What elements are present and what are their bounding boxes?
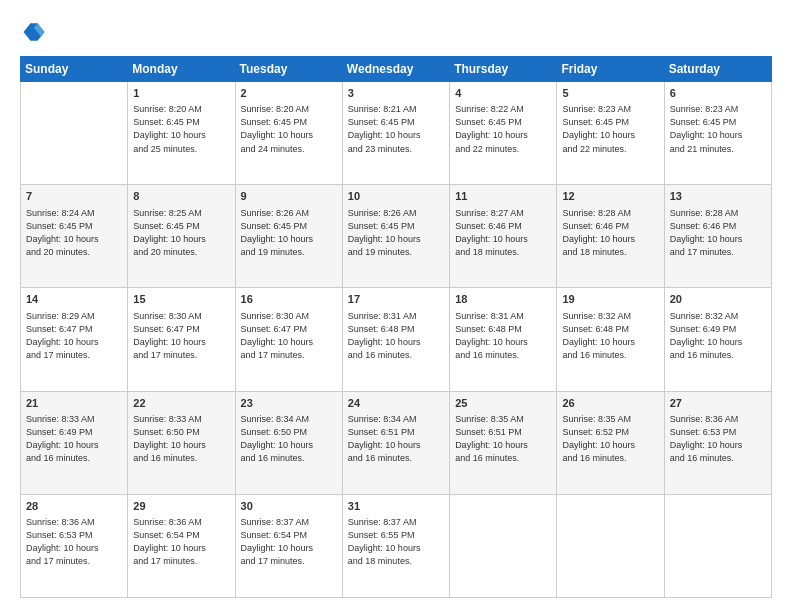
cell-3-1: 22Sunrise: 8:33 AM Sunset: 6:50 PM Dayli… (128, 391, 235, 494)
cell-3-6: 27Sunrise: 8:36 AM Sunset: 6:53 PM Dayli… (664, 391, 771, 494)
cell-info: Sunrise: 8:32 AM Sunset: 6:49 PM Dayligh… (670, 310, 766, 362)
cell-info: Sunrise: 8:36 AM Sunset: 6:53 PM Dayligh… (26, 516, 122, 568)
day-number: 21 (26, 396, 122, 411)
cell-info: Sunrise: 8:22 AM Sunset: 6:45 PM Dayligh… (455, 103, 551, 155)
day-number: 30 (241, 499, 337, 514)
cell-info: Sunrise: 8:37 AM Sunset: 6:54 PM Dayligh… (241, 516, 337, 568)
calendar: SundayMondayTuesdayWednesdayThursdayFrid… (20, 56, 772, 598)
cell-4-3: 31Sunrise: 8:37 AM Sunset: 6:55 PM Dayli… (342, 494, 449, 597)
week-row-0: 1Sunrise: 8:20 AM Sunset: 6:45 PM Daylig… (21, 82, 772, 185)
day-number: 12 (562, 189, 658, 204)
cell-info: Sunrise: 8:32 AM Sunset: 6:48 PM Dayligh… (562, 310, 658, 362)
day-number: 26 (562, 396, 658, 411)
week-row-4: 28Sunrise: 8:36 AM Sunset: 6:53 PM Dayli… (21, 494, 772, 597)
cell-1-1: 8Sunrise: 8:25 AM Sunset: 6:45 PM Daylig… (128, 185, 235, 288)
col-header-sunday: Sunday (21, 57, 128, 82)
cell-info: Sunrise: 8:31 AM Sunset: 6:48 PM Dayligh… (348, 310, 444, 362)
cell-info: Sunrise: 8:20 AM Sunset: 6:45 PM Dayligh… (133, 103, 229, 155)
cell-info: Sunrise: 8:35 AM Sunset: 6:52 PM Dayligh… (562, 413, 658, 465)
cell-info: Sunrise: 8:31 AM Sunset: 6:48 PM Dayligh… (455, 310, 551, 362)
cell-4-0: 28Sunrise: 8:36 AM Sunset: 6:53 PM Dayli… (21, 494, 128, 597)
cell-3-5: 26Sunrise: 8:35 AM Sunset: 6:52 PM Dayli… (557, 391, 664, 494)
day-number: 5 (562, 86, 658, 101)
day-number: 6 (670, 86, 766, 101)
cell-info: Sunrise: 8:28 AM Sunset: 6:46 PM Dayligh… (670, 207, 766, 259)
header-row: SundayMondayTuesdayWednesdayThursdayFrid… (21, 57, 772, 82)
col-header-tuesday: Tuesday (235, 57, 342, 82)
col-header-thursday: Thursday (450, 57, 557, 82)
cell-0-0 (21, 82, 128, 185)
cell-info: Sunrise: 8:24 AM Sunset: 6:45 PM Dayligh… (26, 207, 122, 259)
cell-4-5 (557, 494, 664, 597)
cell-2-3: 17Sunrise: 8:31 AM Sunset: 6:48 PM Dayli… (342, 288, 449, 391)
day-number: 10 (348, 189, 444, 204)
col-header-saturday: Saturday (664, 57, 771, 82)
cell-info: Sunrise: 8:25 AM Sunset: 6:45 PM Dayligh… (133, 207, 229, 259)
cell-1-0: 7Sunrise: 8:24 AM Sunset: 6:45 PM Daylig… (21, 185, 128, 288)
day-number: 31 (348, 499, 444, 514)
day-number: 27 (670, 396, 766, 411)
cell-info: Sunrise: 8:34 AM Sunset: 6:50 PM Dayligh… (241, 413, 337, 465)
calendar-table: SundayMondayTuesdayWednesdayThursdayFrid… (20, 56, 772, 598)
cell-1-6: 13Sunrise: 8:28 AM Sunset: 6:46 PM Dayli… (664, 185, 771, 288)
cell-info: Sunrise: 8:21 AM Sunset: 6:45 PM Dayligh… (348, 103, 444, 155)
col-header-wednesday: Wednesday (342, 57, 449, 82)
cell-info: Sunrise: 8:36 AM Sunset: 6:53 PM Dayligh… (670, 413, 766, 465)
cell-4-1: 29Sunrise: 8:36 AM Sunset: 6:54 PM Dayli… (128, 494, 235, 597)
day-number: 19 (562, 292, 658, 307)
cell-info: Sunrise: 8:30 AM Sunset: 6:47 PM Dayligh… (133, 310, 229, 362)
day-number: 28 (26, 499, 122, 514)
cell-4-4 (450, 494, 557, 597)
day-number: 20 (670, 292, 766, 307)
day-number: 8 (133, 189, 229, 204)
day-number: 11 (455, 189, 551, 204)
cell-info: Sunrise: 8:27 AM Sunset: 6:46 PM Dayligh… (455, 207, 551, 259)
cell-info: Sunrise: 8:29 AM Sunset: 6:47 PM Dayligh… (26, 310, 122, 362)
cell-3-3: 24Sunrise: 8:34 AM Sunset: 6:51 PM Dayli… (342, 391, 449, 494)
cell-info: Sunrise: 8:26 AM Sunset: 6:45 PM Dayligh… (348, 207, 444, 259)
cell-info: Sunrise: 8:23 AM Sunset: 6:45 PM Dayligh… (670, 103, 766, 155)
week-row-1: 7Sunrise: 8:24 AM Sunset: 6:45 PM Daylig… (21, 185, 772, 288)
col-header-monday: Monday (128, 57, 235, 82)
cell-info: Sunrise: 8:34 AM Sunset: 6:51 PM Dayligh… (348, 413, 444, 465)
day-number: 7 (26, 189, 122, 204)
logo-icon (20, 18, 48, 46)
cell-info: Sunrise: 8:33 AM Sunset: 6:49 PM Dayligh… (26, 413, 122, 465)
cell-3-0: 21Sunrise: 8:33 AM Sunset: 6:49 PM Dayli… (21, 391, 128, 494)
day-number: 22 (133, 396, 229, 411)
week-row-3: 21Sunrise: 8:33 AM Sunset: 6:49 PM Dayli… (21, 391, 772, 494)
day-number: 4 (455, 86, 551, 101)
day-number: 18 (455, 292, 551, 307)
cell-1-5: 12Sunrise: 8:28 AM Sunset: 6:46 PM Dayli… (557, 185, 664, 288)
cell-0-5: 5Sunrise: 8:23 AM Sunset: 6:45 PM Daylig… (557, 82, 664, 185)
cell-1-4: 11Sunrise: 8:27 AM Sunset: 6:46 PM Dayli… (450, 185, 557, 288)
cell-2-1: 15Sunrise: 8:30 AM Sunset: 6:47 PM Dayli… (128, 288, 235, 391)
cell-1-2: 9Sunrise: 8:26 AM Sunset: 6:45 PM Daylig… (235, 185, 342, 288)
col-header-friday: Friday (557, 57, 664, 82)
cell-2-2: 16Sunrise: 8:30 AM Sunset: 6:47 PM Dayli… (235, 288, 342, 391)
cell-3-4: 25Sunrise: 8:35 AM Sunset: 6:51 PM Dayli… (450, 391, 557, 494)
cell-0-4: 4Sunrise: 8:22 AM Sunset: 6:45 PM Daylig… (450, 82, 557, 185)
cell-2-0: 14Sunrise: 8:29 AM Sunset: 6:47 PM Dayli… (21, 288, 128, 391)
cell-0-2: 2Sunrise: 8:20 AM Sunset: 6:45 PM Daylig… (235, 82, 342, 185)
cell-info: Sunrise: 8:35 AM Sunset: 6:51 PM Dayligh… (455, 413, 551, 465)
cell-info: Sunrise: 8:20 AM Sunset: 6:45 PM Dayligh… (241, 103, 337, 155)
cell-info: Sunrise: 8:33 AM Sunset: 6:50 PM Dayligh… (133, 413, 229, 465)
cell-info: Sunrise: 8:28 AM Sunset: 6:46 PM Dayligh… (562, 207, 658, 259)
page: SundayMondayTuesdayWednesdayThursdayFrid… (0, 0, 792, 612)
cell-info: Sunrise: 8:23 AM Sunset: 6:45 PM Dayligh… (562, 103, 658, 155)
cell-1-3: 10Sunrise: 8:26 AM Sunset: 6:45 PM Dayli… (342, 185, 449, 288)
cell-3-2: 23Sunrise: 8:34 AM Sunset: 6:50 PM Dayli… (235, 391, 342, 494)
cell-2-6: 20Sunrise: 8:32 AM Sunset: 6:49 PM Dayli… (664, 288, 771, 391)
cell-info: Sunrise: 8:30 AM Sunset: 6:47 PM Dayligh… (241, 310, 337, 362)
day-number: 1 (133, 86, 229, 101)
day-number: 25 (455, 396, 551, 411)
day-number: 2 (241, 86, 337, 101)
cell-info: Sunrise: 8:37 AM Sunset: 6:55 PM Dayligh… (348, 516, 444, 568)
cell-2-5: 19Sunrise: 8:32 AM Sunset: 6:48 PM Dayli… (557, 288, 664, 391)
cell-0-3: 3Sunrise: 8:21 AM Sunset: 6:45 PM Daylig… (342, 82, 449, 185)
cell-4-2: 30Sunrise: 8:37 AM Sunset: 6:54 PM Dayli… (235, 494, 342, 597)
day-number: 29 (133, 499, 229, 514)
day-number: 9 (241, 189, 337, 204)
day-number: 15 (133, 292, 229, 307)
